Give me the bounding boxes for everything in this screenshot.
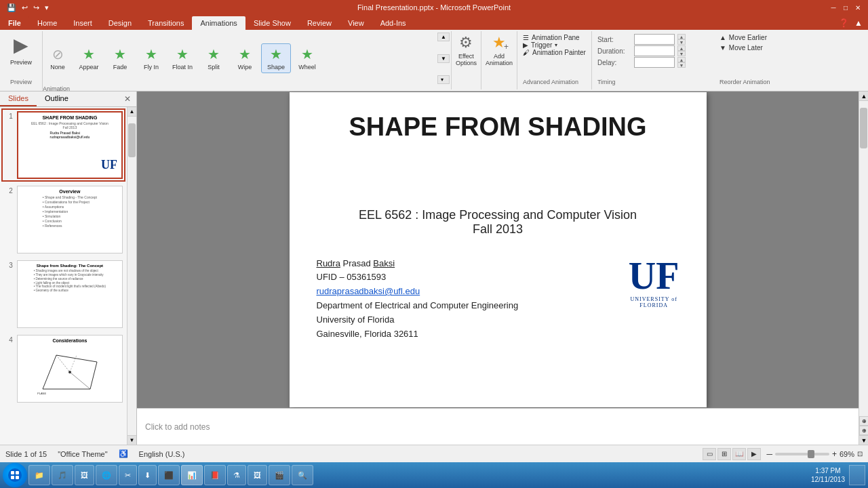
trigger-button[interactable]: ▶ Trigger ▾ xyxy=(523,41,586,49)
zoom-slider[interactable] xyxy=(775,453,829,455)
delay-down[interactable]: ▼ xyxy=(677,62,686,68)
slide-canvas[interactable]: SHAPE FROM SHADING EEL 6562 : Image Proc… xyxy=(137,92,859,408)
help-icon[interactable]: ❓ xyxy=(839,18,849,28)
scrollbar-thumb[interactable] xyxy=(128,123,136,157)
maximize-button[interactable]: □ xyxy=(841,3,850,12)
slide-item-4[interactable]: 4 Considerations xyxy=(3,333,124,404)
tab-insert[interactable]: Insert xyxy=(65,16,100,30)
save-icon[interactable]: 💾 xyxy=(5,3,18,12)
tab-transitions[interactable]: Transitions xyxy=(140,16,192,30)
duration-up[interactable]: ▲ xyxy=(677,45,686,51)
duration-input[interactable] xyxy=(634,45,675,56)
scrollbar-down-button[interactable]: ▼ xyxy=(127,435,136,445)
normal-view-button[interactable]: ▭ xyxy=(703,448,716,460)
scroll-extra-2[interactable]: ⊕ xyxy=(859,426,868,435)
canvas-scroll-down[interactable]: ▼ xyxy=(859,435,868,445)
zoom-out-button[interactable]: ─ xyxy=(766,449,772,459)
reading-view-button[interactable]: 📖 xyxy=(732,448,746,460)
taskbar-file-explorer[interactable]: 📁 xyxy=(28,465,50,485)
tab-slides[interactable]: Slides xyxy=(0,92,37,106)
move-earlier-button[interactable]: ▲ Move Earlier xyxy=(719,34,770,41)
taskbar-spotlight[interactable]: 🔍 xyxy=(292,465,313,485)
notes-area[interactable]: Click to add notes xyxy=(137,408,859,445)
start-input[interactable] xyxy=(634,34,675,45)
uf-logo: UF UNIVERSITY ofFLORIDA xyxy=(629,257,679,308)
tab-slideshow[interactable]: Slide Show xyxy=(245,16,299,30)
tab-review[interactable]: Review xyxy=(299,16,340,30)
tab-view[interactable]: View xyxy=(340,16,372,30)
slide-item-1[interactable]: 1 SHAPE FROM SHADING EEL 6562 : Image Pr… xyxy=(3,110,124,180)
anim-shape[interactable]: ★ Shape xyxy=(261,43,291,73)
animation-painter-button[interactable]: 🖌 Animation Painter xyxy=(523,49,586,56)
anim-appear[interactable]: ★ Appear xyxy=(74,44,104,73)
ribbon-tabs: File Home Insert Design Transitions Anim… xyxy=(0,15,868,30)
close-button[interactable]: ✕ xyxy=(853,3,863,12)
chrome-icon: 🌐 xyxy=(102,471,111,480)
add-animation-button[interactable]: AddAnimation xyxy=(486,53,513,66)
scrollbar-up-button[interactable]: ▲ xyxy=(127,107,136,117)
taskbar-vmware[interactable]: ⬛ xyxy=(158,465,180,485)
minimize-ribbon-icon[interactable]: ▲ xyxy=(854,18,863,28)
show-desktop-button[interactable] xyxy=(849,465,865,485)
anim-wipe[interactable]: ★ Wipe xyxy=(230,44,260,73)
scroll-extra-1[interactable]: ⊕ xyxy=(859,416,868,426)
taskbar-paint[interactable]: 🖼 xyxy=(75,465,94,485)
minimize-button[interactable]: ─ xyxy=(829,3,838,12)
anim-split[interactable]: ★ Split xyxy=(199,44,229,73)
taskbar-acrobat[interactable]: 📕 xyxy=(204,465,226,485)
zoom-slider-thumb[interactable] xyxy=(808,450,814,458)
author-email[interactable]: rudraprasadbaksi@ufl.edu xyxy=(317,286,420,296)
slide-item-2[interactable]: 2 Overview • Shape and Shading - The Con… xyxy=(3,184,124,255)
delay-input[interactable] xyxy=(634,57,675,68)
start-up[interactable]: ▲ xyxy=(677,34,686,39)
tab-file[interactable]: File xyxy=(0,16,29,30)
anim-flyin[interactable]: ★ Fly In xyxy=(136,44,166,73)
delay-up[interactable]: ▲ xyxy=(677,57,686,62)
start-down[interactable]: ▼ xyxy=(677,39,686,45)
canvas-scroll-thumb[interactable] xyxy=(860,108,867,148)
canvas-scroll-up[interactable]: ▲ xyxy=(859,92,868,101)
slide-sorter-button[interactable]: ⊞ xyxy=(717,448,731,460)
anim-wheel[interactable]: ★ Wheel xyxy=(292,44,322,73)
slide-item-3[interactable]: 3 Shape from Shading: The Concept • Shad… xyxy=(3,259,124,329)
dropdown-icon[interactable]: ▾ xyxy=(43,3,50,12)
anim-scroll-up[interactable]: ▲ xyxy=(437,33,450,41)
start-button[interactable] xyxy=(3,463,27,487)
tab-animations[interactable]: Animations xyxy=(192,16,245,30)
anim-none[interactable]: ⊘ None xyxy=(43,44,73,73)
anim-fade[interactable]: ★ Fade xyxy=(105,44,135,73)
preview-button[interactable]: Preview xyxy=(5,56,37,68)
zoom-in-button[interactable]: + xyxy=(832,449,837,459)
taskbar-chrome[interactable]: 🌐 xyxy=(96,465,117,485)
tab-home[interactable]: Home xyxy=(29,16,65,30)
tab-design[interactable]: Design xyxy=(100,16,140,30)
duration-down[interactable]: ▼ xyxy=(677,51,686,56)
effect-options-button[interactable]: EffectOptions xyxy=(456,53,477,66)
taskbar-itunes[interactable]: 🎵 xyxy=(52,465,73,485)
notes-placeholder[interactable]: Click to add notes xyxy=(145,422,210,432)
taskbar-snipping[interactable]: ✂ xyxy=(119,465,137,485)
taskbar-picasa[interactable]: 🖼 xyxy=(248,465,267,485)
slide-subtitle: EEL 6562 : Image Processing and Computer… xyxy=(317,208,679,237)
tab-outline[interactable]: Outline xyxy=(37,92,77,106)
fit-zoom-button[interactable]: ⊡ xyxy=(857,450,863,458)
anim-more-button[interactable]: ▾ xyxy=(437,75,450,84)
redo-icon[interactable]: ↪ xyxy=(32,3,41,12)
slide-number-3: 3 xyxy=(4,260,13,328)
slideshow-view-button[interactable]: ▶ xyxy=(747,448,761,460)
taskbar-powerpoint[interactable]: 📊 xyxy=(181,465,203,485)
panel-close-button[interactable]: ✕ xyxy=(119,92,136,106)
taskbar-media-player[interactable]: 🎬 xyxy=(269,465,290,485)
taskbar-utorrent[interactable]: ⬇ xyxy=(138,465,157,485)
anim-scroll-down[interactable]: ▼ xyxy=(437,54,450,63)
undo-icon[interactable]: ↩ xyxy=(20,3,29,12)
animation-pane-button[interactable]: ☰ Animation Pane xyxy=(523,34,586,41)
tab-addins[interactable]: Add-Ins xyxy=(372,16,414,30)
taskbar-matlab[interactable]: ⚗ xyxy=(227,465,246,485)
file-explorer-icon: 📁 xyxy=(35,471,44,480)
anim-floatin[interactable]: ★ Float In xyxy=(167,44,197,73)
slide2-title: Overview xyxy=(59,189,80,194)
move-later-button[interactable]: ▼ Move Later xyxy=(719,44,770,52)
accessibility-icon[interactable]: ♿ xyxy=(119,449,128,458)
uf-subtitle: UNIVERSITY ofFLORIDA xyxy=(630,296,677,308)
